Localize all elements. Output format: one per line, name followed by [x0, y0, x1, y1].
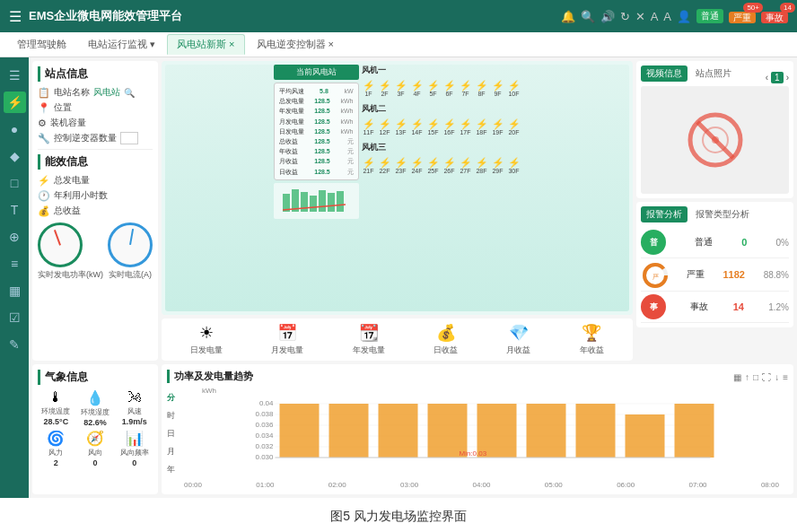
- chart-download-icon[interactable]: ↓: [775, 372, 779, 382]
- gauge-current-needle: [129, 229, 134, 245]
- photo-page-num: 1: [771, 72, 784, 83]
- turbine-3f[interactable]: ⚡3F: [394, 81, 408, 97]
- font-a-icon[interactable]: A: [651, 10, 659, 23]
- search-icon-small[interactable]: 🔍: [124, 88, 135, 98]
- turbine-23f[interactable]: ⚡23F: [394, 158, 408, 174]
- alert-row-normal: 普 普通 0 0%: [641, 227, 789, 258]
- inverter-input[interactable]: [120, 132, 138, 144]
- icon-annual-power[interactable]: 📆 年发电量: [353, 323, 385, 356]
- sidebar-icon-t[interactable]: T: [7, 199, 22, 221]
- turbine-22f[interactable]: ⚡22F: [378, 158, 392, 174]
- sound-icon[interactable]: 🔊: [600, 10, 615, 23]
- user-icon[interactable]: 👤: [677, 10, 691, 23]
- time-btn-day[interactable]: 日: [167, 426, 175, 441]
- tab-video-info[interactable]: 视频信息: [641, 65, 688, 82]
- turbine-15f[interactable]: ⚡15F: [426, 119, 441, 135]
- x-label-0: 00:00: [184, 481, 202, 489]
- icon-daily-power[interactable]: ☀ 日发电量: [190, 323, 223, 356]
- turbine-21f[interactable]: ⚡21F: [362, 158, 376, 174]
- chart-up-icon[interactable]: ↑: [745, 372, 749, 382]
- turbine-11f[interactable]: ⚡11F: [362, 119, 376, 135]
- tab-station-monitor[interactable]: 电站运行监视 ▾: [78, 34, 165, 55]
- turbine-16f[interactable]: ⚡16F: [442, 119, 457, 135]
- turbine-20f[interactable]: ⚡20F: [507, 119, 521, 135]
- turbine-14f[interactable]: ⚡14F: [410, 119, 425, 135]
- icon-monthly-profit[interactable]: 💎 月收益: [506, 323, 530, 356]
- turbine-27f[interactable]: ⚡27F: [459, 158, 473, 174]
- turbine-6f[interactable]: ⚡6F: [442, 81, 457, 97]
- time-btn-year[interactable]: 年: [167, 462, 175, 477]
- turbine-25f[interactable]: ⚡25F: [426, 158, 441, 174]
- chart-more-icon[interactable]: ≡: [783, 372, 788, 382]
- gauge-area: 实时发电功率(kW) 实时电流(A): [38, 222, 153, 281]
- sidebar-icon-power[interactable]: ⚡: [4, 92, 26, 113]
- svg-rect-5: [328, 193, 335, 212]
- turbine-8f[interactable]: ⚡8F: [475, 81, 489, 97]
- prev-photo-btn[interactable]: ‹: [766, 73, 768, 83]
- turbine-28f[interactable]: ⚡28F: [475, 158, 489, 174]
- tab-wind-station[interactable]: 风电站新斯 ×: [167, 34, 244, 55]
- sidebar-icon-menu[interactable]: ☰: [5, 65, 24, 86]
- gauge-power: 实时发电功率(kW): [38, 222, 103, 281]
- turbine-24f[interactable]: ⚡24F: [410, 158, 425, 174]
- topbar: ☰ EMS企业微电网能效管理平台 🔔 🔍 🔊 ↻ ✕ A A 👤 普通 严重 5…: [0, 0, 797, 32]
- turbine-4f[interactable]: ⚡4F: [410, 81, 425, 97]
- tab-alert-analysis[interactable]: 报警分析: [641, 206, 688, 222]
- sidebar-icon-dot[interactable]: ●: [7, 118, 22, 140]
- location-icon: 📍: [38, 102, 50, 114]
- turbine-5f[interactable]: ⚡5F: [426, 81, 441, 97]
- chart-header: 功率及发电量趋势 ▦ ↑ □ ⛶ ↓ ≡: [167, 370, 788, 387]
- diagram-full: 当前风电站 平均风速5.8kW 总发电量128.5kWh 年发电量128.5kW…: [274, 65, 521, 311]
- turbine-13f[interactable]: ⚡13F: [394, 119, 408, 135]
- icon-daily-profit[interactable]: 💰 日收益: [434, 323, 458, 356]
- chart-bar-icon[interactable]: ▦: [733, 372, 741, 382]
- close-icon[interactable]: ✕: [635, 10, 645, 23]
- time-btn-minute[interactable]: 分: [167, 390, 175, 406]
- annual-hours-label: 年利用小时数: [54, 189, 108, 202]
- icon-monthly-power[interactable]: 📅 月发电量: [271, 323, 303, 356]
- turbine-12f[interactable]: ⚡12F: [378, 119, 392, 135]
- turbine-2f[interactable]: ⚡2F: [378, 81, 392, 97]
- chart-with-sidebar: 分 时 日 月 年 kWh 0.04 0.038: [167, 387, 788, 489]
- refresh-icon[interactable]: ↻: [620, 10, 630, 23]
- wind-force-label: 风力: [48, 448, 63, 458]
- sidebar-icon-edit[interactable]: ✎: [5, 334, 23, 355]
- turbine-7f[interactable]: ⚡7F: [459, 81, 473, 97]
- inverter-row: 🔧 控制逆变器数量: [38, 132, 153, 144]
- font-a2-icon[interactable]: A: [663, 10, 671, 23]
- menu-icon[interactable]: ☰: [9, 8, 22, 25]
- time-btn-month[interactable]: 月: [167, 444, 175, 459]
- turbine-18f[interactable]: ⚡18F: [475, 119, 489, 135]
- sidebar-icon-list[interactable]: ≡: [7, 253, 22, 275]
- tag-accident-container: 事故 14: [761, 8, 788, 24]
- turbine-29f[interactable]: ⚡29F: [491, 158, 505, 174]
- sidebar-icon-plus[interactable]: ⊕: [5, 226, 23, 248]
- svg-text:Min:0.03: Min:0.03: [460, 449, 487, 458]
- turbine-10f[interactable]: ⚡10F: [507, 81, 521, 97]
- chart-expand-icon[interactable]: □: [753, 372, 758, 382]
- search-icon[interactable]: 🔍: [581, 10, 595, 23]
- icon-annual-profit[interactable]: 🏆 年收益: [580, 323, 604, 356]
- turbine-9f[interactable]: ⚡9F: [491, 81, 505, 97]
- turbine-19f[interactable]: ⚡19F: [491, 119, 505, 135]
- tab-station-photo[interactable]: 站点照片: [690, 65, 737, 82]
- bell-icon[interactable]: 🔔: [561, 10, 575, 23]
- turbine-30f[interactable]: ⚡30F: [507, 158, 521, 174]
- section-label-3: 风机三: [362, 142, 521, 153]
- sidebar-icon-check[interactable]: ☑: [5, 307, 24, 328]
- sidebar-icon-diamond[interactable]: ◆: [6, 145, 23, 167]
- turbine-26f[interactable]: ⚡26F: [442, 158, 457, 174]
- next-photo-btn[interactable]: ›: [786, 73, 789, 83]
- svg-text:0.04: 0.04: [259, 399, 274, 407]
- sidebar-icon-square[interactable]: □: [7, 172, 22, 194]
- chart-fullscreen-icon[interactable]: ⛶: [762, 372, 771, 382]
- tab-dashboard[interactable]: 管理驾驶舱: [7, 34, 76, 55]
- time-btn-hour[interactable]: 时: [167, 408, 175, 423]
- tab-wind-inverter[interactable]: 风电逆变控制器 ×: [247, 34, 344, 55]
- accident-alert-circle: 事: [641, 294, 666, 319]
- sidebar-icon-grid[interactable]: ▦: [5, 280, 24, 301]
- turbine-17f[interactable]: ⚡17F: [459, 119, 473, 135]
- tab-alert-type-analysis[interactable]: 报警类型分析: [690, 206, 755, 222]
- turbine-1f[interactable]: ⚡1F: [362, 81, 376, 97]
- wind-freq-icon: 📊: [126, 430, 144, 447]
